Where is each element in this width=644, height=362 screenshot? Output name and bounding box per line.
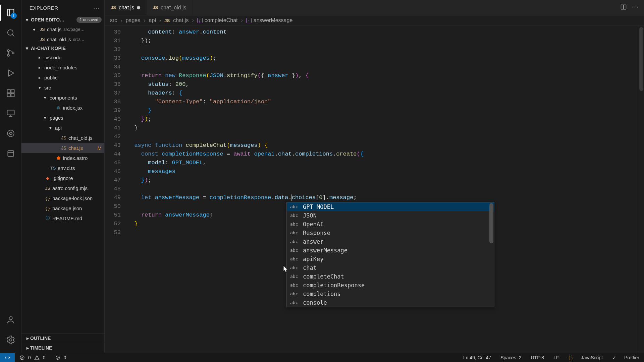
suggest-scrollbar[interactable] [489, 203, 493, 243]
suggest-item[interactable]: abccompleteChat [287, 272, 494, 281]
open-editors-list: ● JS chat.js src/page… JS chat_old.js sr… [21, 24, 104, 44]
suggest-item[interactable]: abcGPT_MODEL [287, 202, 494, 211]
encoding-status[interactable]: UTF-8 [526, 355, 549, 360]
errors-count: 0 [28, 355, 31, 360]
language-status[interactable]: { } JavaScript [564, 355, 607, 360]
chevron-down-icon: ▾ [47, 125, 54, 130]
project-header[interactable]: ▾ AI-CHAT KOPIE [21, 44, 104, 52]
dirty-dot-icon [137, 6, 140, 9]
svg-point-15 [57, 357, 58, 358]
split-editor-icon[interactable] [620, 4, 627, 12]
tab-chat-old-js[interactable]: JS chat_old.js [147, 0, 193, 15]
tab-chat-js[interactable]: JS chat.js [105, 0, 147, 15]
run-debug-icon[interactable] [0, 63, 21, 83]
suggest-item[interactable]: abccompletions [287, 290, 494, 298]
breadcrumb-item[interactable]: chat.js [173, 17, 189, 23]
accounts-icon[interactable] [0, 310, 21, 330]
suggest-item[interactable]: abcanswer [287, 237, 494, 246]
project-name-label: AI-CHAT KOPIE [31, 46, 66, 51]
outline-header[interactable]: ▸ OUTLINE [21, 333, 104, 343]
suggest-item[interactable]: abcconsole [287, 298, 494, 307]
minimap-thumb[interactable] [639, 27, 643, 91]
folder-item[interactable]: ▾api [21, 123, 104, 133]
suggest-item[interactable]: abcapiKey [287, 255, 494, 263]
suggest-item[interactable]: abcResponse [287, 229, 494, 237]
eol-status[interactable]: LF [549, 355, 564, 360]
suggest-kind-icon: abc [290, 237, 300, 246]
warnings-count: 0 [43, 355, 46, 360]
more-icon[interactable]: ··· [632, 5, 639, 11]
prettier-status[interactable]: ✓ Prettier [607, 355, 644, 360]
activity-extra-1-icon[interactable] [0, 123, 21, 143]
file-item[interactable]: ⓘREADME.md [21, 213, 104, 223]
suggest-kind-icon: abc [290, 281, 300, 290]
cursor-position[interactable]: Ln 49, Col 47 [459, 355, 496, 360]
suggest-item[interactable]: abcchat [287, 263, 494, 272]
open-editor-item[interactable]: JS chat_old.js src/… [21, 34, 104, 44]
suggest-item[interactable]: abcanswerMessage [287, 246, 494, 255]
svg-point-2 [7, 54, 9, 56]
file-item[interactable]: { }package-lock.json [21, 193, 104, 203]
activity-extra-2-icon[interactable] [0, 143, 21, 164]
chevron-right-icon: ▸ [36, 55, 43, 60]
minimap[interactable] [638, 26, 644, 353]
suggest-kind-icon: abc [290, 290, 300, 298]
more-icon[interactable]: ··· [93, 5, 100, 11]
code-editor[interactable]: 3031323334353637383940414243444546474849… [105, 26, 644, 353]
file-item[interactable]: ⚛index.jsx [21, 103, 104, 113]
suggest-kind-icon: abc [290, 202, 300, 211]
breadcrumb-symbol[interactable]: ƒcompleteChat [197, 17, 238, 23]
suggest-kind-icon: abc [290, 211, 300, 220]
suggest-kind-icon: abc [290, 298, 300, 307]
svg-point-11 [9, 317, 12, 320]
breadcrumbs[interactable]: src› pages› api› JS chat.js› ƒcompleteCh… [105, 15, 644, 26]
file-item[interactable]: JSastro.config.mjs [21, 183, 104, 193]
open-editor-path: src/… [73, 37, 85, 42]
folder-item[interactable]: ▸.vscode [21, 52, 104, 62]
file-item[interactable]: ⬟index.astro [21, 153, 104, 163]
chevron-right-icon: ▸ [25, 345, 30, 351]
breadcrumb-symbol[interactable]: ▫answerMessage [246, 17, 293, 23]
file-item[interactable]: JSchat.jsM [21, 143, 104, 153]
svg-rect-4 [7, 90, 10, 93]
breadcrumb-item[interactable]: src [110, 17, 117, 23]
remote-explorer-icon[interactable] [0, 103, 21, 123]
folder-item[interactable]: ▾src [21, 82, 104, 93]
extensions-icon[interactable] [0, 83, 21, 103]
code-content[interactable]: content: answer.content }); console.log(… [125, 26, 638, 353]
breadcrumb-item[interactable]: pages [126, 17, 141, 23]
method-icon: ƒ [197, 18, 203, 23]
suggest-item[interactable]: abcOpenAI [287, 220, 494, 229]
folder-item[interactable]: ▾components [21, 93, 104, 103]
search-icon[interactable] [0, 23, 21, 43]
svg-point-12 [9, 339, 12, 341]
chevron-down-icon: ▾ [36, 85, 43, 90]
remote-indicator[interactable] [0, 353, 15, 362]
file-item[interactable]: TSenv.d.ts [21, 163, 104, 173]
ports-status[interactable]: 0 [50, 355, 71, 360]
indentation-status[interactable]: Spaces: 2 [496, 355, 526, 360]
open-editors-header[interactable]: ▾ OPEN EDITO… 1 unsaved [21, 15, 104, 24]
open-editor-item[interactable]: ● JS chat.js src/page… [21, 24, 104, 34]
svg-rect-7 [11, 94, 14, 97]
source-control-icon[interactable] [0, 43, 21, 63]
chevron-down-icon: ▾ [42, 95, 48, 100]
suggest-item[interactable]: abcJSON [287, 211, 494, 220]
suggest-kind-icon: abc [290, 246, 300, 255]
file-item[interactable]: JSchat_old.js [21, 133, 104, 143]
suggest-item[interactable]: abccompletionResponse [287, 281, 494, 290]
outline-label: OUTLINE [30, 336, 51, 341]
timeline-header[interactable]: ▸ TIMELINE [21, 343, 104, 353]
problems-status[interactable]: 0 0 [15, 355, 50, 360]
folder-item[interactable]: ▾pages [21, 113, 104, 123]
file-item[interactable]: { }package.json [21, 203, 104, 213]
intellisense-popup[interactable]: abcGPT_MODELabcJSONabcOpenAIabcResponsea… [286, 202, 494, 307]
folder-item[interactable]: ▸public [21, 72, 104, 82]
breadcrumb-item[interactable]: api [149, 17, 156, 23]
status-bar: 0 0 0 Ln 49, Col 47 Spaces: 2 UTF-8 LF {… [0, 353, 644, 362]
folder-item[interactable]: ▸node_modules [21, 62, 104, 72]
open-editor-label: chat.js [47, 26, 61, 32]
settings-gear-icon[interactable] [0, 330, 21, 350]
explorer-icon[interactable]: 1 [0, 3, 21, 23]
file-item[interactable]: ◆.gitignore [21, 173, 104, 183]
